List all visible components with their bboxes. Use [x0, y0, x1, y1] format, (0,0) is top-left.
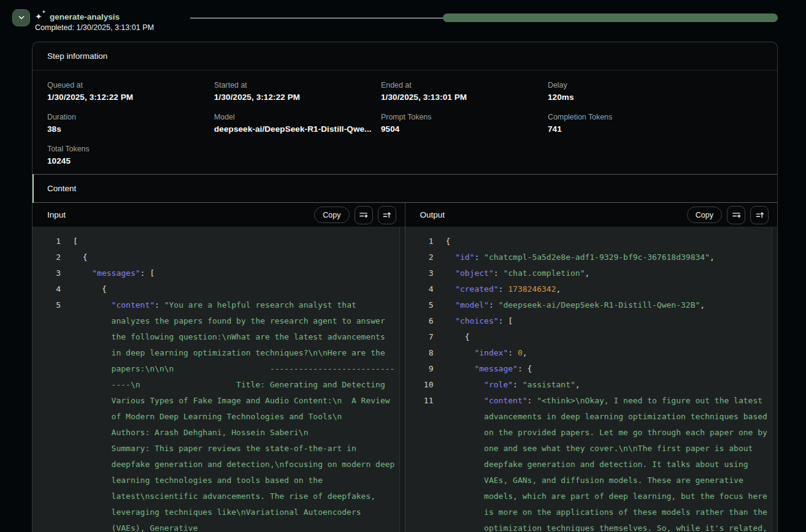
- output-scroll-to-top-button[interactable]: [750, 206, 769, 224]
- line-text: "content": "<think>\nOkay, I need to fig…: [446, 393, 769, 532]
- info-field: Queued at1/30/2025, 3:12:22 PM: [47, 81, 214, 103]
- code-line: 7{: [420, 329, 772, 345]
- line-text: "created": 1738246342,: [446, 281, 769, 297]
- info-field-label: Duration: [47, 113, 214, 121]
- line-number: 5: [47, 297, 61, 313]
- code-line: 1{: [420, 234, 772, 249]
- step-detail-card: Step information Queued at1/30/2025, 3:1…: [32, 42, 778, 532]
- line-number: 4: [47, 281, 61, 297]
- step-information-grid: Queued at1/30/2025, 3:12:22 PMStarted at…: [33, 70, 777, 174]
- line-text: "id": "chatcmpl-5a5d2e8e-adf1-9329-bf9c-…: [446, 249, 769, 265]
- line-number: 4: [420, 281, 434, 297]
- line-number: 5: [420, 297, 434, 313]
- step-information-header: Step information: [33, 42, 777, 70]
- code-line: 4"created": 1738246342,: [420, 281, 772, 297]
- scroll-to-top-icon: [382, 210, 391, 219]
- info-field-label: Model: [214, 113, 381, 121]
- code-line: 6"choices": [: [420, 313, 772, 329]
- info-field-value: 38s: [47, 124, 214, 134]
- line-text: "role": "assistant",: [446, 377, 769, 393]
- info-field-value: 10245: [47, 156, 214, 165]
- info-field-value: 9504: [381, 124, 548, 134]
- code-line: 9"message": {: [420, 361, 772, 377]
- collapse-step-button[interactable]: [12, 9, 30, 26]
- input-output-split: Input Copy 1[2{3"messages": [4{5"content…: [33, 203, 777, 532]
- scroll-to-top-icon: [755, 210, 764, 219]
- line-number: 2: [47, 249, 61, 265]
- info-field: Prompt Tokens9504: [381, 113, 548, 135]
- output-scrollbar[interactable]: [772, 227, 777, 532]
- info-field-label: Started at: [214, 81, 381, 89]
- info-field: Modeldeepseek-ai/DeepSeek-R1-Distill-Qwe…: [214, 113, 381, 135]
- step-information-title: Step information: [47, 51, 107, 61]
- code-line: 5"content": "You are a helpful research …: [47, 297, 399, 532]
- code-line: 2"id": "chatcmpl-5a5d2e8e-adf1-9329-bf9c…: [420, 249, 772, 265]
- info-field-label: Delay: [548, 81, 715, 89]
- line-number: 3: [47, 265, 61, 281]
- info-field: Started at1/30/2025, 3:12:22 PM: [214, 81, 381, 103]
- info-field-value: deepseek-ai/DeepSeek-R1-Distill-Qwe...: [214, 124, 381, 134]
- line-text: [: [73, 234, 396, 249]
- line-number: 8: [420, 345, 434, 361]
- line-text: "message": {: [446, 361, 769, 377]
- code-line: 10"role": "assistant",: [420, 377, 772, 393]
- step-title: generate-analysis: [50, 12, 120, 21]
- line-number: 10: [420, 377, 434, 393]
- wrap-text-icon: [359, 210, 368, 219]
- line-text: "index": 0,: [446, 345, 769, 361]
- line-text: "object": "chat.completion",: [446, 265, 769, 281]
- info-field-label: Queued at: [47, 81, 214, 89]
- output-copy-button[interactable]: Copy: [687, 207, 722, 223]
- code-line: 2{: [47, 249, 399, 265]
- step-duration-bar[interactable]: [443, 13, 778, 22]
- chevron-down-icon: [18, 14, 25, 21]
- line-text: {: [446, 329, 769, 345]
- output-json-viewer[interactable]: 1{2"id": "chatcmpl-5a5d2e8e-adf1-9329-bf…: [405, 227, 778, 532]
- line-number: 7: [420, 329, 434, 345]
- info-field-value: 1/30/2025, 3:13:01 PM: [381, 93, 548, 102]
- input-pane-header: Input Copy: [33, 203, 405, 227]
- line-text: {: [73, 249, 396, 265]
- input-scroll-to-top-button[interactable]: [378, 206, 396, 224]
- info-field: Ended at1/30/2025, 3:13:01 PM: [381, 81, 548, 103]
- output-pane-header: Output Copy: [405, 203, 778, 227]
- wrap-text-icon: [732, 210, 741, 219]
- trace-step-header: ✦ ✦ generate-analysis Completed: 1/30/20…: [0, 0, 806, 42]
- line-number: 1: [420, 234, 434, 249]
- input-scrollbar[interactable]: [399, 227, 405, 532]
- code-line: 11"content": "<think>\nOkay, I need to f…: [420, 393, 772, 532]
- sparkles-icon: ✦ ✦: [35, 10, 46, 21]
- line-number: 6: [420, 313, 434, 329]
- line-number: 3: [420, 265, 434, 281]
- input-json-viewer[interactable]: 1[2{3"messages": [4{5"content": "You are…: [33, 227, 405, 532]
- input-copy-button[interactable]: Copy: [314, 207, 349, 223]
- line-number: 9: [420, 361, 434, 377]
- code-line: 5"model": "deepseek-ai/DeepSeek-R1-Disti…: [420, 297, 772, 313]
- code-line: 3"messages": [: [47, 265, 399, 281]
- input-wrap-text-button[interactable]: [355, 206, 373, 224]
- info-field-label: Total Tokens: [47, 145, 214, 153]
- info-field: Delay120ms: [548, 81, 715, 103]
- code-line: 8"index": 0,: [420, 345, 772, 361]
- input-pane: Input Copy 1[2{3"messages": [4{5"content…: [33, 203, 405, 532]
- info-field: Total Tokens10245: [47, 145, 214, 167]
- code-line: 1[: [47, 234, 399, 249]
- info-field-value: 1/30/2025, 3:12:22 PM: [47, 93, 214, 102]
- content-section-header[interactable]: Content: [33, 174, 777, 203]
- line-text: "messages": [: [73, 265, 396, 281]
- line-number: 1: [47, 234, 61, 249]
- info-field-value: 120ms: [548, 93, 715, 102]
- line-text: "content": "You are a helpful research a…: [73, 297, 396, 532]
- line-number: 11: [420, 393, 434, 409]
- line-number: 2: [420, 249, 434, 265]
- line-text: {: [73, 281, 396, 297]
- line-text: "choices": [: [446, 313, 769, 329]
- input-pane-title: Input: [47, 210, 314, 219]
- info-field-label: Completion Tokens: [548, 113, 715, 121]
- code-line: 4{: [47, 281, 399, 297]
- output-wrap-text-button[interactable]: [727, 206, 745, 224]
- info-field-label: Ended at: [381, 81, 548, 89]
- trace-timeline: [190, 13, 778, 22]
- info-field-value: 1/30/2025, 3:12:22 PM: [214, 93, 381, 102]
- info-field: Completion Tokens741: [548, 113, 715, 135]
